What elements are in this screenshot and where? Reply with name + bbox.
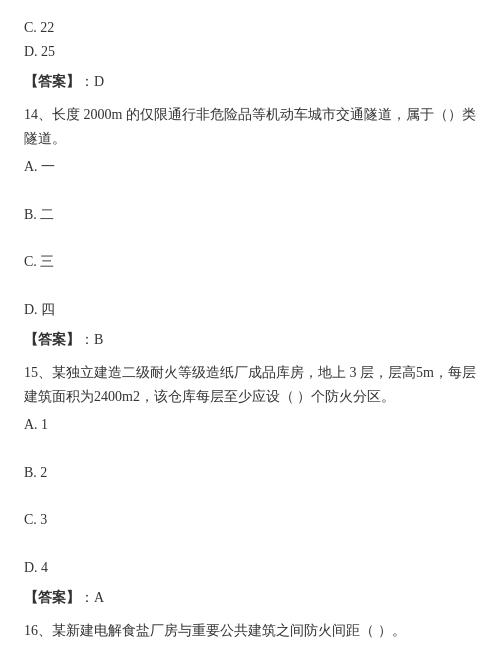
q13-answer-title: 答案 [38,74,66,89]
q14-option-b: B. 二 [24,203,476,227]
q15-option-c: C. 3 [24,508,476,532]
q15-answer-title: 答案 [38,590,66,605]
q14-block: 14、长度 2000m 的仅限通行非危险品等机动车城市交通隧道，属于（）类隧道。… [24,103,476,321]
q15-answer-value: ：A [80,590,104,605]
q13-option-d: D. 25 [24,40,476,64]
q14-answer-title: 答案 [38,332,66,347]
q14-answer-close: 】 [66,332,80,347]
q15-answer: 【答案】：A [24,586,476,610]
q14-answer: 【答案】：B [24,328,476,352]
q16-block: 16、某新建电解食盐厂房与重要公共建筑之间防火间距（ ）。 A. 不应小于30m… [24,619,476,647]
q14-option-d: D. 四 [24,298,476,322]
q15-answer-close: 】 [66,590,80,605]
q15-option-b: B. 2 [24,461,476,485]
q13-answer-colon: ：D [80,74,104,89]
q14-answer-value: ：B [80,332,103,347]
q14-option-a: A. 一 [24,155,476,179]
q14-option-c: C. 三 [24,250,476,274]
q13-options: C. 22 D. 25 [24,16,476,64]
q13-answer-bracket-open: 【 [24,74,38,89]
q13-option-c: C. 22 [24,16,476,40]
q13-answer-bracket-close: 】 [66,74,80,89]
q15-answer-open: 【 [24,590,38,605]
q14-text: 14、长度 2000m 的仅限通行非危险品等机动车城市交通隧道，属于（）类隧道。 [24,103,476,151]
q15-block: 15、某独立建造二级耐火等级造纸厂成品库房，地上 3 层，层高5m，每层建筑面积… [24,361,476,579]
q15-option-a: A. 1 [24,413,476,437]
q16-text: 16、某新建电解食盐厂房与重要公共建筑之间防火间距（ ）。 [24,619,476,643]
q15-option-d: D. 4 [24,556,476,580]
q13-option-c-label: C. 22 [24,20,54,35]
q13-option-d-label: D. 25 [24,44,55,59]
q13-answer: 【答案】：D [24,70,476,94]
q14-answer-open: 【 [24,332,38,347]
q15-text: 15、某独立建造二级耐火等级造纸厂成品库房，地上 3 层，层高5m，每层建筑面积… [24,361,476,409]
